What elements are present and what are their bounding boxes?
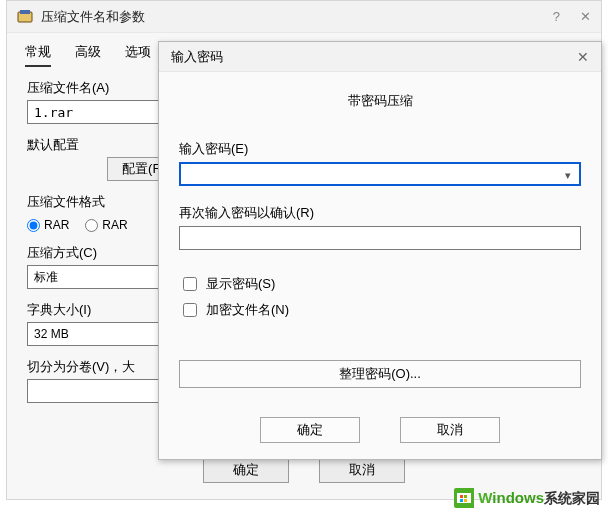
tab-advanced[interactable]: 高级: [75, 39, 101, 67]
window-title: 压缩文件名和参数: [41, 8, 553, 26]
pwd-body: 带密码压缩 输入密码(E) ▾ 再次输入密码以确认(R) 显示密码(S) 加密文…: [159, 72, 601, 398]
pwd-cancel-button[interactable]: 取消: [400, 417, 500, 443]
show-password-checkbox[interactable]: [183, 277, 197, 291]
encrypt-names-check[interactable]: 加密文件名(N): [179, 300, 581, 320]
pwd-titlebar: 输入密码 ✕: [159, 42, 601, 72]
pwd-close-icon[interactable]: ✕: [577, 49, 589, 65]
radio-rar[interactable]: [27, 219, 40, 232]
window-controls: ? ✕: [553, 9, 591, 24]
tab-options[interactable]: 选项: [125, 39, 151, 67]
main-buttons: 确定 取消: [7, 457, 601, 483]
password-dialog: 输入密码 ✕ 带密码压缩 输入密码(E) ▾ 再次输入密码以确认(R) 显示密码…: [158, 41, 602, 460]
pwd-ok-button[interactable]: 确定: [260, 417, 360, 443]
titlebar: 压缩文件名和参数 ? ✕: [7, 1, 601, 33]
confirm-pwd-input[interactable]: [179, 226, 581, 250]
confirm-pwd-label: 再次输入密码以确认(R): [179, 204, 581, 222]
main-cancel-button[interactable]: 取消: [319, 457, 405, 483]
enter-pwd-label: 输入密码(E): [179, 140, 581, 158]
format-rar[interactable]: RAR: [27, 218, 69, 232]
tab-general[interactable]: 常规: [25, 39, 51, 67]
encrypt-names-checkbox[interactable]: [183, 303, 197, 317]
app-icon: [17, 9, 33, 25]
pwd-title: 输入密码: [171, 48, 577, 66]
svg-rect-1: [20, 10, 30, 14]
enter-pwd-input[interactable]: ▾: [179, 162, 581, 186]
help-icon[interactable]: ?: [553, 9, 560, 24]
radio-rar4[interactable]: [85, 219, 98, 232]
format-rar4[interactable]: RAR: [85, 218, 127, 232]
show-password-check[interactable]: 显示密码(S): [179, 274, 581, 294]
pwd-caption: 带密码压缩: [179, 92, 581, 110]
chevron-down-icon[interactable]: ▾: [559, 166, 577, 184]
organize-passwords-button[interactable]: 整理密码(O)...: [179, 360, 581, 388]
close-icon[interactable]: ✕: [580, 9, 591, 24]
main-ok-button[interactable]: 确定: [203, 457, 289, 483]
pwd-buttons: 确定 取消: [159, 417, 601, 443]
